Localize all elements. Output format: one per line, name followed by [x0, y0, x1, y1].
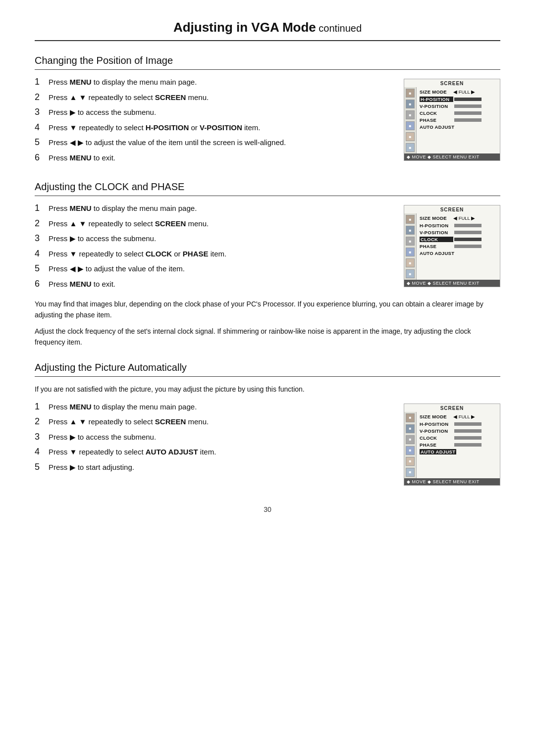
panel2-label-auto: AUTO ADJUST: [420, 251, 454, 256]
section2-divider: [35, 196, 500, 196]
panel2-row-hpos: H-POSITION: [420, 223, 497, 228]
step-text: Press MENU to display the menu main page…: [49, 402, 197, 413]
panel3-menu: SIZE MODE ◀ FULL ▶ H-POSITION V-POSITION…: [417, 412, 500, 478]
section3-content: 1 Press MENU to display the menu main pa…: [35, 402, 500, 486]
icon-4: ■: [406, 248, 415, 256]
step-text: Press ◀ ▶ to adjust the value of the ite…: [49, 263, 185, 275]
panel3-size-row: SIZE MODE ◀ FULL ▶: [420, 414, 497, 419]
icon-3: ■: [406, 237, 415, 246]
panel3-bar-hpos: [454, 422, 482, 426]
icon-2: ■: [406, 100, 415, 108]
panel3-row-vpos: V-POSITION: [420, 428, 497, 434]
step-1-6: 6 Press MENU to exit.: [35, 152, 394, 164]
panel1-label-hpos: H-POSITION: [420, 97, 453, 102]
icon-1: ■: [406, 215, 415, 224]
panel3-footer: ◆ MOVE ◆ SELECT MENU EXIT: [404, 478, 500, 485]
screen-panel-1: SCREEN ■ ■ ■ ■ ■ ■ SIZE MODE ◀ FULL ▶: [404, 79, 500, 161]
panel3-bar-clock: [454, 436, 482, 440]
step-num: 4: [35, 122, 46, 133]
icon-1: ■: [406, 89, 415, 98]
panel2-body: ■ ■ ■ ■ ■ ■ SIZE MODE ◀ FULL ▶ H-POSITIO…: [404, 213, 500, 280]
step-num: 1: [35, 77, 46, 87]
icon-5: ■: [406, 132, 415, 141]
step-num: 5: [35, 462, 46, 472]
icon-3: ■: [406, 435, 415, 444]
panel1-bar-phase: [454, 118, 482, 122]
panel2-size-label: SIZE MODE: [420, 215, 453, 221]
panel1-label-phase: PHASE: [420, 117, 453, 123]
icon-6: ■: [406, 468, 415, 477]
panel1-row-hpos: H-POSITION: [420, 97, 497, 102]
panel1-bar-hpos: [454, 98, 482, 101]
icon-4: ■: [406, 121, 415, 130]
panel1-size-row: SIZE MODE ◀ FULL ▶: [420, 89, 497, 95]
step-text: Press ▲ ▼ repeatedly to select SCREEN me…: [49, 218, 209, 230]
panel1-row-vpos: V-POSITION: [420, 103, 497, 109]
step-num: 4: [35, 447, 46, 457]
panel2-label-clock: CLOCK: [420, 237, 453, 242]
panel1-icons: ■ ■ ■ ■ ■ ■: [404, 87, 417, 153]
section-changing-position: Changing the Position of Image 1 Press M…: [35, 55, 500, 167]
panel3-row-clock: CLOCK: [420, 435, 497, 441]
step-num: 3: [35, 432, 46, 442]
panel2-bar-vpos: [454, 231, 482, 234]
panel3-label-clock: CLOCK: [420, 435, 453, 441]
panel1-row-auto: AUTO ADJUST: [420, 124, 497, 130]
step-text: Press ▼ repeatedly to select CLOCK or PH…: [49, 249, 226, 260]
panel1-menu: SIZE MODE ◀ FULL ▶ H-POSITION V-POSITION…: [417, 87, 500, 153]
step-1-4: 4 Press ▼ repeatedly to select H-POSITIO…: [35, 122, 394, 134]
panel2-footer: ◆ MOVE ◆ SELECT MENU EXIT: [404, 280, 500, 287]
section2-steps: 1 Press MENU to display the menu main pa…: [35, 203, 394, 294]
step-text: Press ▶ to access the submenu.: [49, 432, 156, 443]
step-2-4: 4 Press ▼ repeatedly to select CLOCK or …: [35, 249, 394, 260]
step-num: 2: [35, 218, 46, 229]
step-3-4: 4 Press ▼ repeatedly to select AUTO ADJU…: [35, 447, 394, 458]
panel3-size-label: SIZE MODE: [420, 414, 453, 419]
panel3-bar-phase: [454, 443, 482, 447]
panel3-header: SCREEN: [404, 404, 500, 412]
step-3-3: 3 Press ▶ to access the submenu.: [35, 432, 394, 443]
panel2-row-phase: PHASE: [420, 244, 497, 249]
panel2-label-phase: PHASE: [420, 244, 453, 249]
icon-1: ■: [406, 413, 415, 422]
step-num: 6: [35, 279, 46, 289]
section1-title: Changing the Position of Image: [35, 55, 500, 66]
panel3-size-value: ◀ FULL ▶: [453, 414, 475, 419]
step-3-2: 2 Press ▲ ▼ repeatedly to select SCREEN …: [35, 416, 394, 428]
step-2-3: 3 Press ▶ to access the submenu.: [35, 233, 394, 245]
panel1-bar-clock: [454, 111, 482, 115]
step-text: Press MENU to exit.: [49, 152, 115, 164]
step-num: 4: [35, 249, 46, 259]
section-clock-phase: Adjusting the CLOCK and PHASE 1 Press ME…: [35, 181, 500, 348]
panel1-header: SCREEN: [404, 79, 500, 87]
step-2-5: 5 Press ◀ ▶ to adjust the value of the i…: [35, 263, 394, 275]
panel3-label-phase: PHASE: [420, 442, 453, 448]
panel1-size-value: ◀ FULL ▶: [453, 89, 475, 95]
panel2-bar-hpos: [454, 224, 482, 227]
step-num: 2: [35, 416, 46, 427]
step-text: Press ▼ repeatedly to select H-POSITION …: [49, 122, 261, 134]
step-num: 6: [35, 152, 46, 163]
section1-steps: 1 Press MENU to display the menu main pa…: [35, 77, 394, 167]
panel1-label-clock: CLOCK: [420, 110, 453, 116]
screen-panel-2: SCREEN ■ ■ ■ ■ ■ ■ SIZE MODE ◀ FULL ▶: [404, 205, 500, 287]
step-text: Press ▶ to access the submenu.: [49, 107, 156, 118]
icon-6: ■: [406, 269, 415, 278]
section2-title: Adjusting the CLOCK and PHASE: [35, 181, 500, 193]
panel1-body: ■ ■ ■ ■ ■ ■ SIZE MODE ◀ FULL ▶ H-POSITIO…: [404, 87, 500, 153]
section1-content: 1 Press MENU to display the menu main pa…: [35, 77, 500, 167]
section-auto-adjust: Adjusting the Picture Automatically If y…: [35, 362, 500, 486]
section2-content: 1 Press MENU to display the menu main pa…: [35, 203, 500, 294]
icon-2: ■: [406, 424, 415, 433]
step-num: 1: [35, 203, 46, 213]
step-text: Press ▶ to start adjusting.: [49, 462, 134, 473]
icon-2: ■: [406, 226, 415, 235]
panel3-bar-vpos: [454, 429, 482, 433]
step-1-5: 5 Press ◀ ▶ to adjust the value of the i…: [35, 137, 394, 149]
panel2-icons: ■ ■ ■ ■ ■ ■: [404, 213, 417, 280]
screen-panel-3: SCREEN ■ ■ ■ ■ ■ ■ SIZE MODE ◀ FULL ▶: [404, 403, 500, 486]
panel2-label-hpos: H-POSITION: [420, 223, 453, 228]
icon-4: ■: [406, 446, 415, 455]
step-text: Press MENU to exit.: [49, 279, 115, 290]
step-3-1: 1 Press MENU to display the menu main pa…: [35, 402, 394, 413]
